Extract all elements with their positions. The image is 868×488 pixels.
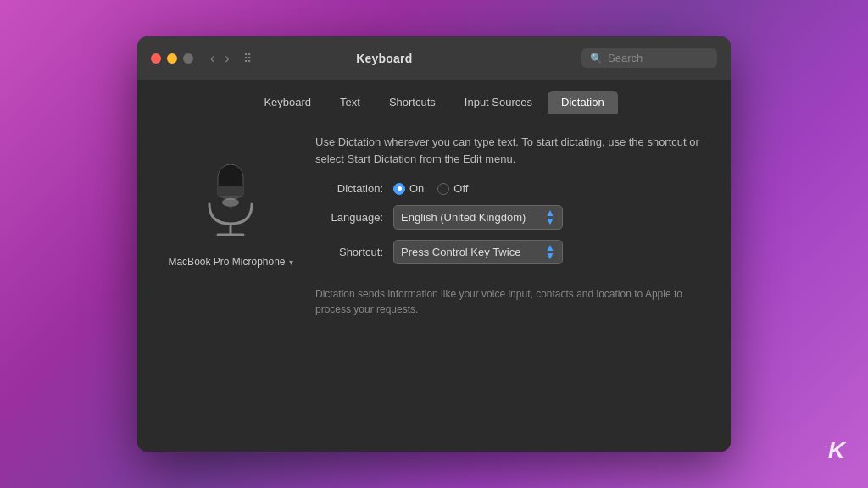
content-area: MacBook Pro Microphone ▾ Use Dictation w… — [137, 114, 731, 452]
description-text: Use Dictation wherever you can type text… — [315, 134, 705, 167]
dictation-on-label: On — [409, 182, 424, 195]
tab-input-sources[interactable]: Input Sources — [451, 91, 546, 114]
search-bar[interactable]: 🔍 Search — [581, 48, 717, 68]
radio-off-indicator — [437, 183, 449, 195]
tab-shortcuts[interactable]: Shortcuts — [376, 91, 449, 114]
microphone-visual — [192, 156, 269, 249]
dropdown-arrows-icon: ▲ ▼ — [545, 209, 555, 225]
dictation-on-option[interactable]: On — [393, 182, 424, 195]
shortcut-label: Shortcut: — [315, 246, 383, 258]
keyboard-preferences-window: ‹ › ⠿ Keyboard 🔍 Search Keyboard Text Sh… — [137, 36, 731, 452]
dictation-off-option[interactable]: Off — [437, 182, 468, 195]
window-title: Keyboard — [187, 52, 581, 65]
language-row: Language: English (United Kingdom) ▲ ▼ — [315, 205, 705, 230]
microphone-name: MacBook Pro Microphone — [168, 256, 285, 268]
chevron-down-icon: ▾ — [289, 258, 293, 267]
shortcut-dropdown-arrows-icon: ▲ ▼ — [545, 244, 555, 260]
language-value: English (United Kingdom) — [401, 211, 526, 224]
radio-on-indicator — [393, 183, 405, 195]
dictation-label: Dictation: — [315, 182, 383, 195]
left-panel: MacBook Pro Microphone ▾ — [163, 130, 298, 435]
language-label: Language: — [315, 211, 383, 224]
language-dropdown[interactable]: English (United Kingdom) ▲ ▼ — [393, 205, 563, 230]
dictation-off-label: Off — [453, 182, 468, 195]
title-bar: ‹ › ⠿ Keyboard 🔍 Search — [137, 36, 731, 80]
knowtechie-logo: K — [825, 437, 844, 464]
microphone-label[interactable]: MacBook Pro Microphone ▾ — [168, 256, 292, 268]
tab-keyboard[interactable]: Keyboard — [250, 91, 325, 114]
close-button[interactable] — [151, 53, 161, 64]
dictation-radio-group: On Off — [393, 182, 468, 195]
tab-text[interactable]: Text — [326, 91, 374, 114]
search-icon: 🔍 — [590, 53, 603, 64]
svg-point-5 — [222, 198, 239, 207]
tab-dictation[interactable]: Dictation — [548, 91, 618, 114]
shortcut-dropdown[interactable]: Press Control Key Twice ▲ ▼ — [393, 240, 563, 264]
radio-on-dot — [398, 186, 402, 191]
tabs-bar: Keyboard Text Shortcuts Input Sources Di… — [137, 80, 731, 114]
right-panel: Use Dictation wherever you can type text… — [315, 130, 705, 435]
settings-rows: Dictation: On Off — [315, 182, 705, 264]
footer-text: Dictation sends information like your vo… — [315, 286, 705, 317]
shortcut-value: Press Control Key Twice — [401, 246, 520, 258]
shortcut-row: Shortcut: Press Control Key Twice ▲ ▼ — [315, 240, 705, 264]
search-input[interactable]: Search — [608, 52, 643, 64]
dictation-row: Dictation: On Off — [315, 182, 705, 195]
microphone-icon — [201, 160, 260, 245]
minimize-button[interactable] — [167, 53, 177, 64]
